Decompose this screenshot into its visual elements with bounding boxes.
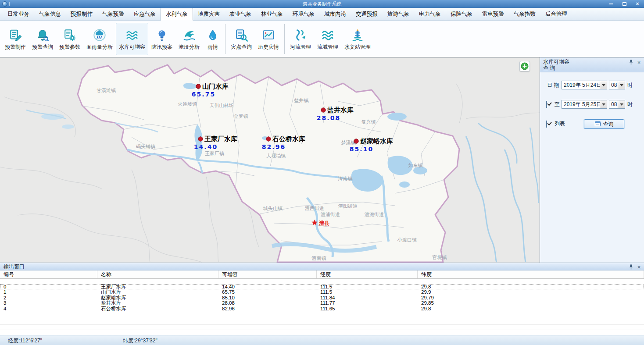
column-header[interactable]: 经度 <box>317 270 418 278</box>
menu-item-5[interactable]: 水利气象 <box>161 8 193 21</box>
query-button[interactable]: 查询 <box>584 119 624 129</box>
menu-item-10[interactable]: 城市内涝 <box>319 8 351 20</box>
table-cell: 山门水库 <box>97 289 218 295</box>
output-close-button[interactable]: × <box>636 264 642 270</box>
menu-item-6[interactable]: 地质灾害 <box>193 8 225 20</box>
reservoir-query-panel: 水库可增容 查 询 × 日 期 201 <box>540 57 644 263</box>
table-row[interactable]: 1山门水库65.75111.529.9 <box>0 289 644 295</box>
date-label: 日 期 <box>547 81 559 89</box>
inundation-analysis-button[interactable]: 淹没分析 <box>175 23 203 55</box>
town-label: 涔南镇 <box>338 176 353 181</box>
flood-plan-button[interactable]: 防汛预案 <box>148 23 175 55</box>
menu-item-11[interactable]: 交通预报 <box>351 8 383 20</box>
table-row[interactable]: 3盐井水库28.08111.7729.85 <box>0 300 644 306</box>
reservoir-label: 石公桥水库 <box>272 135 305 143</box>
list-checkbox[interactable] <box>546 121 547 128</box>
pin-icon <box>629 264 633 270</box>
town-label: 澧澹街道 <box>364 212 384 217</box>
panel-pin-button[interactable] <box>628 59 634 65</box>
panel-close-button[interactable]: × <box>636 59 642 65</box>
warning-query-icon <box>36 28 49 43</box>
river-manage-button[interactable]: 河流管理 <box>287 23 314 55</box>
table-row[interactable]: 4石公桥水库82.96111.6529.8 <box>0 306 644 311</box>
disaster-point-query-button[interactable]: 灾点查询 <box>228 23 255 55</box>
close-button[interactable]: × <box>631 0 644 8</box>
output-header-bar: 输出窗口 × <box>0 263 644 270</box>
reservoir-marker[interactable] <box>198 137 203 141</box>
reservoir-marker[interactable] <box>354 139 358 143</box>
menu-item-2[interactable]: 预报制作 <box>66 8 97 20</box>
column-header[interactable]: 编号 <box>0 270 97 278</box>
reservoir-capacity-button[interactable]: 水库可增容 <box>116 23 148 55</box>
window-title: 澧县业务制作系统 <box>0 1 644 7</box>
minimize-button[interactable] <box>605 0 618 8</box>
table-search-icon <box>595 121 601 127</box>
panel-title-line1: 水库可增容 <box>543 59 569 65</box>
close-icon: × <box>637 264 641 270</box>
query-button-label: 查询 <box>603 121 614 128</box>
output-pin-button[interactable] <box>628 264 634 270</box>
map-area: 甘溪滩镇火连坡镇天供山林场金罗镇盐井镇复兴镇码头铺镇王家厂镇梦溪镇大堰垱镇如东镇… <box>0 57 540 263</box>
date-to-select[interactable]: 2019年 5月25日 <box>562 100 607 109</box>
panel-title-line2: 查 询 <box>543 65 569 71</box>
menu-item-12[interactable]: 旅游气象 <box>383 8 414 20</box>
town-label: 城头山镇 <box>263 206 283 211</box>
menu-item-0[interactable]: 日常业务 <box>3 8 34 20</box>
maximize-button[interactable] <box>618 0 631 8</box>
menu-item-16[interactable]: 气象指数 <box>509 8 540 20</box>
warning-query-button[interactable]: 预警查询 <box>29 23 56 55</box>
hydro-station-manage-button[interactable]: 水文站管理 <box>341 23 374 55</box>
map-canvas[interactable]: 甘溪滩镇火连坡镇天供山林场金罗镇盐井镇复兴镇码头铺镇王家厂镇梦溪镇大堰垱镇如东镇… <box>0 57 540 263</box>
date-from-select[interactable]: 2019年 5月24日 <box>562 81 607 89</box>
menu-item-4[interactable]: 应急气象 <box>129 8 161 20</box>
warning-params-icon <box>63 28 76 43</box>
zoom-add-button[interactable] <box>519 61 530 71</box>
reservoir-marker[interactable] <box>266 137 271 141</box>
app-logo-icon <box>2 1 7 7</box>
table-cell: 82.96 <box>218 306 317 311</box>
menu-item-9[interactable]: 环境气象 <box>288 8 319 20</box>
column-header[interactable]: 可增容 <box>218 270 317 278</box>
areal-rain-analysis-icon <box>93 28 106 43</box>
reservoir-label: 赵家峪水库 <box>360 137 393 145</box>
chevron-down-icon <box>618 81 625 89</box>
reservoir-marker[interactable] <box>196 84 200 89</box>
tool-label: 河流管理 <box>290 43 311 51</box>
table-row[interactable]: 0王家厂水库14.40111.529.8 <box>0 284 644 289</box>
areal-rain-analysis-button[interactable]: 面雨量分析 <box>83 23 116 55</box>
table-cell: 王家厂水库 <box>97 284 218 289</box>
menu-item-8[interactable]: 林业气象 <box>256 8 288 20</box>
rain-info-button[interactable]: 雨情 <box>203 23 223 55</box>
town-label: 澧西街道 <box>304 206 324 211</box>
menu-item-3[interactable]: 气象预警 <box>97 8 129 20</box>
menu-item-7[interactable]: 农业气象 <box>225 8 256 20</box>
table-cell: 2 <box>0 295 97 300</box>
table-row[interactable]: 2赵家峪水库85.10111.8429.79 <box>0 295 644 300</box>
warning-create-button[interactable]: 预警制作 <box>2 23 29 55</box>
menu-item-17[interactable]: 后台管理 <box>540 8 572 20</box>
history-disaster-button[interactable]: 历史灾情 <box>255 23 282 55</box>
menu-item-1[interactable]: 气象信息 <box>34 8 66 20</box>
menu-item-15[interactable]: 雷电预警 <box>477 8 509 20</box>
reservoir-label: 盐井水库 <box>327 106 354 114</box>
menu-item-14[interactable]: 保险气象 <box>446 8 477 20</box>
reservoir-label: 山门水库 <box>202 82 229 90</box>
column-header[interactable]: 纬度 <box>418 270 644 278</box>
reservoir-marker[interactable] <box>321 108 326 112</box>
hour-to-select[interactable]: 08 <box>609 100 625 109</box>
table-cell: 65.75 <box>218 289 317 295</box>
date-from-value: 2019年 5月24日 <box>562 82 600 89</box>
basin-manage-button[interactable]: 流域管理 <box>314 23 341 55</box>
warning-params-button[interactable]: 预警参数 <box>56 23 83 55</box>
hour-from-select[interactable]: 08 <box>609 81 625 89</box>
close-icon: × <box>636 1 639 7</box>
to-label: 至 <box>555 100 560 109</box>
menu-item-13[interactable]: 电力气象 <box>414 8 446 20</box>
column-header[interactable]: 名称 <box>97 270 218 278</box>
flood-plan-icon <box>155 28 168 43</box>
to-date-checkbox[interactable] <box>546 101 547 108</box>
table-cell: 29.85 <box>418 300 644 306</box>
table-cell: 石公桥水库 <box>97 306 218 311</box>
tool-label: 历史灾情 <box>258 43 279 51</box>
table-cell: 4 <box>0 306 97 311</box>
